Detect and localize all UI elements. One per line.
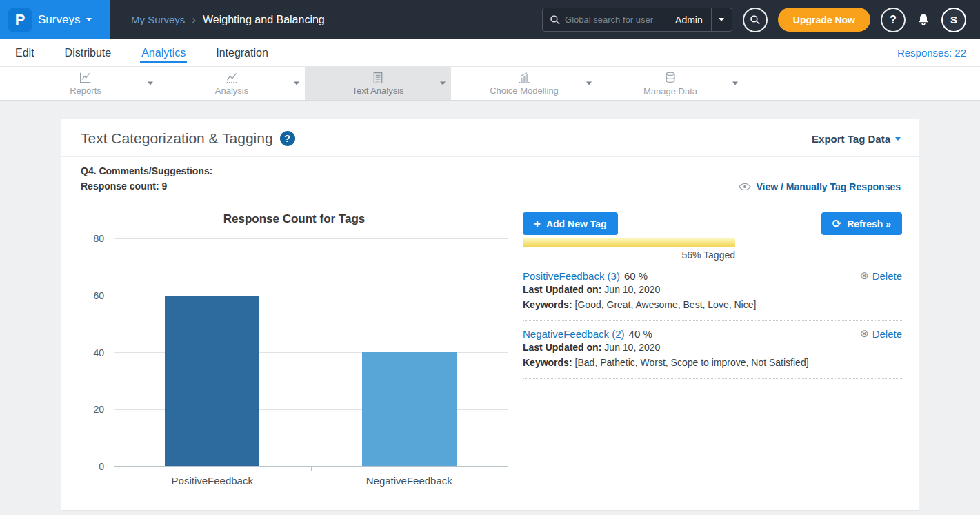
avatar-letter: S	[950, 14, 957, 25]
chevron-down-icon	[719, 18, 724, 21]
delete-label[interactable]: Delete	[872, 270, 902, 282]
topbar: P Surveys My Surveys › Weighting and Bal…	[0, 0, 980, 39]
tag-name-link[interactable]: NegativeFeedback (2)	[523, 328, 625, 340]
tab-label: Analysis	[215, 85, 248, 96]
delete-tag-button[interactable]: ⊗ Delete	[860, 269, 902, 282]
tag-head: NegativeFeedback (2) 40 % ⊗ Delete	[523, 327, 902, 340]
add-tag-label: Add New Tag	[546, 218, 607, 229]
avatar[interactable]: S	[941, 8, 966, 32]
breadcrumb-my-surveys[interactable]: My Surveys	[131, 14, 185, 25]
export-tag-data-button[interactable]: Export Tag Data	[812, 133, 901, 145]
tag-name-link[interactable]: PositiveFeedback (3)	[523, 270, 620, 282]
search-scope-dropdown[interactable]	[711, 8, 732, 31]
card-body: Response Count for Tags 020406080 Positi…	[61, 201, 919, 487]
breadcrumb: My Surveys › Weighting and Balancing	[131, 13, 325, 27]
tag-percent: 60 %	[624, 270, 648, 282]
view-link-label: View / Manually Tag Responses	[756, 181, 901, 192]
chevron-down-icon[interactable]	[440, 82, 446, 85]
tags-actions: + Add New Tag ⟳ Refresh »	[523, 212, 902, 235]
delete-label[interactable]: Delete	[872, 328, 902, 340]
updated-value: Jun 10, 2020	[604, 342, 660, 353]
chevron-down-icon[interactable]	[294, 82, 299, 85]
breadcrumb-separator: ›	[192, 13, 196, 27]
survey-nav: Edit Distribute Analytics Integration Re…	[0, 39, 980, 67]
keywords-label: Keywords:	[523, 299, 572, 310]
updated-label: Last Updated on:	[523, 284, 601, 295]
search-icon	[550, 14, 561, 25]
bar-PositiveFeedback	[165, 296, 259, 467]
chart-area: 020406080	[81, 238, 508, 467]
search-button[interactable]	[743, 8, 768, 32]
add-new-tag-button[interactable]: + Add New Tag	[523, 212, 618, 235]
text-tagging-card: Text Categorization & Tagging ? Export T…	[61, 119, 919, 511]
notifications-button[interactable]	[916, 12, 931, 28]
tab-text-analysis[interactable]: Text Analysis	[305, 67, 451, 100]
tab-label: Choice Modelling	[490, 85, 559, 96]
tagged-percent-label: 56% Tagged	[681, 249, 735, 260]
tag-list: PositiveFeedback (3) 60 % ⊗ Delete Last …	[523, 263, 902, 379]
help-button[interactable]: ?	[881, 8, 906, 32]
refresh-button[interactable]: ⟳ Refresh »	[821, 212, 902, 235]
chart-y-labels: 020406080	[81, 238, 114, 467]
circle-x-icon: ⊗	[860, 327, 869, 340]
x-axis-tick	[114, 466, 114, 471]
export-label: Export Tag Data	[812, 133, 890, 145]
chevron-down-icon[interactable]	[148, 82, 153, 85]
line-chart-icon	[225, 72, 239, 84]
app-switcher[interactable]: P Surveys	[0, 0, 110, 39]
analytics-toolbar: Reports Analysis Text Analysis Choice Mo…	[0, 67, 980, 101]
tag-head: PositiveFeedback (3) 60 % ⊗ Delete	[523, 269, 902, 282]
nav-integration[interactable]: Integration	[214, 39, 270, 66]
global-search-input[interactable]	[563, 14, 667, 25]
tab-reports[interactable]: Reports	[12, 67, 159, 100]
logo-letter: P	[15, 11, 26, 29]
tag-updated-line: Last Updated on:Jun 10, 2020	[523, 283, 902, 297]
bar-NegativeFeedback	[362, 352, 457, 466]
y-tick-label: 20	[93, 404, 104, 415]
tag-keywords-line: Keywords:[Bad, Pathetic, Worst, Scope to…	[523, 356, 902, 370]
bell-icon	[916, 12, 931, 28]
updated-value: Jun 10, 2020	[604, 284, 660, 295]
responses-count[interactable]: Responses: 22	[897, 47, 966, 59]
tags-panel: + Add New Tag ⟳ Refresh » 56% Tagged	[508, 201, 902, 487]
nav-edit[interactable]: Edit	[14, 39, 36, 66]
help-icon[interactable]: ?	[280, 131, 295, 146]
search-icon	[750, 14, 761, 25]
chevron-down-icon	[895, 137, 901, 141]
y-tick-label: 80	[93, 233, 104, 244]
tab-label: Manage Data	[643, 86, 697, 96]
question-info: Q4. Comments/Suggestions: Response count…	[81, 163, 212, 194]
question-mark-icon: ?	[890, 14, 897, 26]
nav-analytics[interactable]: Analytics	[140, 39, 187, 66]
x-axis-tick	[508, 466, 508, 471]
y-tick-label: 40	[93, 347, 104, 358]
question-row: Q4. Comments/Suggestions: Response count…	[61, 156, 919, 201]
upgrade-button[interactable]: Upgrade Now	[778, 8, 870, 32]
product-name: Surveys	[38, 13, 80, 27]
chevron-down-icon	[86, 18, 92, 21]
nav-distribute[interactable]: Distribute	[63, 39, 113, 66]
view-manually-tag-link[interactable]: View / Manually Tag Responses	[739, 181, 901, 194]
questionpro-logo: P	[8, 8, 32, 32]
global-search[interactable]: Admin	[542, 8, 732, 32]
page-footer	[0, 515, 980, 521]
tab-label: Reports	[70, 85, 101, 96]
chevron-down-icon[interactable]	[732, 82, 738, 85]
tab-manage-data[interactable]: Manage Data	[597, 67, 743, 100]
eye-icon	[739, 183, 751, 191]
search-scope-value[interactable]: Admin	[667, 14, 711, 25]
gridline	[114, 238, 508, 239]
chevron-down-icon[interactable]	[586, 82, 592, 85]
tab-choice-modelling[interactable]: Choice Modelling	[451, 67, 597, 100]
plus-icon: +	[534, 217, 541, 231]
tag-percent: 40 %	[629, 328, 652, 340]
circle-x-icon: ⊗	[860, 269, 869, 282]
keywords-label: Keywords:	[523, 357, 572, 368]
refresh-label: Refresh »	[847, 218, 891, 229]
line-chart-icon	[79, 72, 92, 84]
tab-analysis[interactable]: Analysis	[159, 67, 305, 100]
topbar-actions: Admin Upgrade Now ? S	[542, 8, 980, 32]
tag-item: NegativeFeedback (2) 40 % ⊗ Delete Last …	[523, 321, 902, 379]
delete-tag-button[interactable]: ⊗ Delete	[860, 327, 902, 340]
page-title: Text Categorization & Tagging	[81, 130, 273, 147]
